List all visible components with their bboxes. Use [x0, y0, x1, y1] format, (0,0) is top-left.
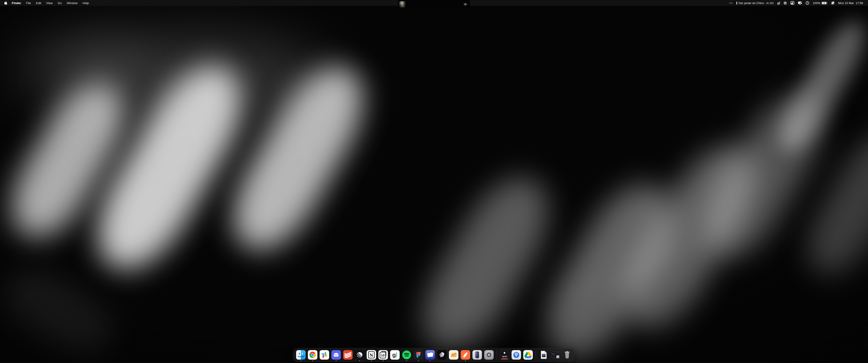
dock-item-slack[interactable]	[320, 350, 329, 360]
running-indicator	[430, 360, 431, 361]
dock-item-notion-calendar[interactable]: 10	[378, 350, 388, 360]
dock-item-iphone-mirroring[interactable]	[472, 350, 482, 360]
grammarly-glyph: g	[777, 1, 779, 5]
svg-text:g: g	[392, 352, 396, 358]
dock-item-trash[interactable]	[562, 350, 572, 360]
flower-icon[interactable]	[783, 1, 787, 5]
menu-view[interactable]: View	[46, 1, 53, 5]
display-icon[interactable]	[798, 1, 802, 5]
dock-item-system-settings[interactable]	[484, 350, 494, 360]
svg-text:N: N	[370, 353, 373, 358]
running-indicator	[312, 360, 313, 361]
audio-visualizer-icon	[464, 3, 467, 6]
dock-item-raycast[interactable]: raycast	[500, 350, 509, 360]
dock-item-spotify[interactable]	[402, 350, 411, 360]
running-indicator	[371, 360, 372, 361]
dock-item-elephant-app[interactable]	[449, 350, 458, 360]
dock-item-1password[interactable]	[512, 350, 521, 360]
svg-text:10: 10	[381, 354, 385, 357]
menubar-clock[interactable]: Mon 10 Mar 17:58	[838, 1, 863, 5]
running-indicator	[301, 360, 301, 361]
desktop: FinderFileEditViewGoWindowHelp ••• Dar j…	[0, 0, 868, 363]
onepassword-menu-icon[interactable]	[806, 1, 809, 5]
menubar-right: ••• Dar jantar do Chico · in 2m g	[729, 1, 863, 5]
dock-item-postman[interactable]	[461, 350, 470, 360]
menu-window[interactable]: Window	[67, 1, 78, 5]
wallpaper	[0, 0, 868, 363]
dock: N 10 g	[293, 348, 575, 362]
clock-time: 17:58	[856, 1, 863, 5]
running-indicator	[465, 360, 466, 361]
notch-widget[interactable]	[398, 0, 470, 8]
running-indicator	[359, 360, 360, 361]
svg-text:raycast: raycast	[502, 356, 507, 357]
dock-item-document-file[interactable]	[539, 350, 548, 360]
dock-item-todoist[interactable]	[343, 350, 352, 360]
apple-menu[interactable]	[4, 1, 7, 5]
dock-item-figma[interactable]	[414, 350, 423, 360]
dock-item-notion[interactable]: N	[367, 350, 376, 360]
dock-item-finder[interactable]	[296, 350, 306, 360]
grammarly-cursor	[779, 2, 780, 4]
dock-item-chrome[interactable]	[308, 350, 317, 360]
apple-icon	[4, 1, 7, 5]
event-color-bar	[737, 2, 737, 4]
menu-file[interactable]: File	[26, 1, 31, 5]
dock-item-discord[interactable]	[331, 350, 341, 360]
battery-indicator[interactable]: 100%	[813, 1, 828, 5]
audio-bar	[464, 3, 465, 5]
battery-percent: 100%	[813, 1, 820, 5]
menubar-event[interactable]: Dar jantar do Chico · in 2m	[737, 1, 774, 5]
menu-finder[interactable]: Finder	[12, 1, 21, 5]
svg-text:10: 10	[557, 356, 559, 358]
dock-item-blue-cards-app[interactable]	[426, 350, 435, 360]
menu-go[interactable]: Go	[58, 1, 62, 5]
running-indicator	[383, 360, 383, 361]
control-toggles-icon[interactable]	[831, 1, 835, 4]
menu-edit[interactable]: Edit	[36, 1, 41, 5]
dock-item-spline[interactable]	[437, 350, 447, 360]
menubar-menus: FinderFileEditViewGoWindowHelp	[12, 1, 89, 5]
dock-item-linear[interactable]	[355, 350, 364, 360]
grammarly-menu-icon[interactable]: g	[777, 1, 780, 5]
dock-item-minimized-window[interactable]: 10	[551, 350, 560, 360]
running-indicator	[336, 360, 337, 361]
dock-item-google-drive[interactable]	[523, 350, 533, 360]
dock-divider	[536, 350, 536, 360]
menubar-left: FinderFileEditViewGoWindowHelp	[4, 1, 89, 5]
running-indicator	[406, 360, 407, 361]
cleanshot-icon[interactable]	[790, 1, 794, 5]
battery-icon	[822, 2, 828, 4]
clock-date: Mon 10 Mar	[838, 1, 854, 5]
menu-help[interactable]: Help	[83, 1, 89, 5]
now-playing-art[interactable]	[399, 1, 405, 7]
event-text: Dar jantar do Chico · in 2m	[739, 1, 774, 5]
audio-bar	[465, 3, 466, 6]
running-indicator	[418, 360, 419, 361]
dock-item-grammarly[interactable]: g	[390, 350, 400, 360]
wallpaper-vignette	[0, 0, 868, 363]
audio-bar	[466, 4, 467, 5]
menubar-overflow-dots[interactable]: •••	[729, 2, 733, 4]
